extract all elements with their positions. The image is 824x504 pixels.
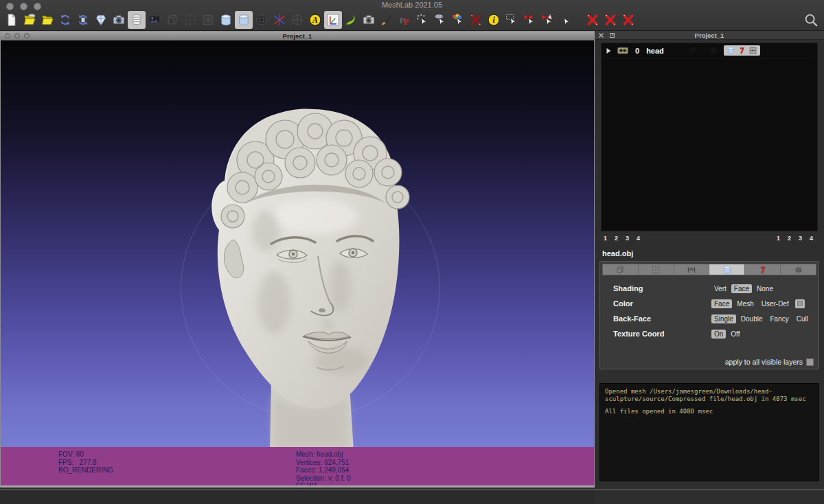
dock-title-bar[interactable]: Project_1 xyxy=(595,31,824,40)
option-group: VertFaceNone xyxy=(711,284,778,293)
toolbar-render-wireframe-icon[interactable] xyxy=(199,11,217,29)
slot-number[interactable]: 1 xyxy=(604,235,607,242)
badge-cylinder-icon[interactable] xyxy=(726,46,735,55)
cube-dark-icon xyxy=(687,46,696,55)
layer-row-head[interactable]: 0 head xyxy=(602,43,817,58)
toolbar-select-visible-faces-icon[interactable] xyxy=(538,11,556,29)
option-texture-coord-off[interactable]: Off xyxy=(728,330,742,339)
toolbar-z-painting-icon[interactable] xyxy=(378,11,396,29)
toolbar-render-texture-icon[interactable] xyxy=(253,11,271,29)
tab-wireframe[interactable] xyxy=(674,264,710,275)
option-back-face-fancy[interactable]: Fancy xyxy=(768,314,792,323)
option-back-face-double[interactable]: Double xyxy=(738,314,766,323)
layers-dock: Project_1 0 head 1234 1234 head.obj Shad… xyxy=(595,31,824,504)
slot-number[interactable]: 4 xyxy=(637,235,640,242)
toolbar-reload-mesh-icon[interactable] xyxy=(56,11,74,29)
toolbar-render-bbox-icon[interactable] xyxy=(163,11,181,29)
mesh-info-overlay: Mesh: head.objVertices: 624,751Faces: 1,… xyxy=(296,450,351,485)
slot-number[interactable]: 4 xyxy=(810,235,813,242)
toolbar-select-vertices-icon[interactable] xyxy=(413,11,431,29)
viewport-title-bar[interactable]: Project_1 xyxy=(1,32,594,41)
toolbar-export-pdf-icon[interactable]: PP xyxy=(396,11,413,29)
toolbar-show-trackball-icon[interactable] xyxy=(288,11,306,29)
layer-render-badges[interactable] xyxy=(724,45,760,56)
viewport-minimize-button[interactable] xyxy=(14,33,20,38)
layer-name[interactable]: head xyxy=(646,47,664,55)
overlay-line: FC WT xyxy=(296,482,351,485)
toolbar-show-layer-dialog-icon[interactable] xyxy=(128,11,146,29)
tab-settings[interactable] xyxy=(781,264,816,275)
toolbar-delete-selected-faces-icon[interactable] xyxy=(584,11,602,29)
apply-all-checkbox[interactable] xyxy=(806,358,814,366)
slot-number[interactable]: 3 xyxy=(799,235,802,242)
option-texture-coord-on[interactable]: On xyxy=(711,330,726,339)
toolbar-clear-selection-icon[interactable] xyxy=(467,11,485,29)
toolbar-render-normals-icon[interactable] xyxy=(271,11,288,29)
option-shading-none[interactable]: None xyxy=(754,284,776,293)
viewport-title: Project_1 xyxy=(283,32,312,40)
overlay-line: BO_RENDERING xyxy=(58,466,113,474)
slot-number[interactable]: 2 xyxy=(788,235,791,242)
setting-row-back-face: Back-FaceSingleDoubleFancyCull xyxy=(600,311,819,326)
tab-solid[interactable] xyxy=(709,264,745,275)
search-icon[interactable] xyxy=(803,12,819,27)
option-group: OnOff xyxy=(711,330,745,339)
overlay-line: Vertices: 624,751 xyxy=(296,459,351,467)
log-output[interactable]: Opened mesh /Users/jamesgreen/Downloads/… xyxy=(599,383,819,481)
toolbar-new-project-icon[interactable] xyxy=(3,11,21,29)
toolbar-reload-all-icon[interactable] xyxy=(74,11,92,29)
toolbar-save-mesh-icon[interactable] xyxy=(92,11,110,29)
visibility-eye-icon[interactable] xyxy=(615,45,631,56)
slot-number[interactable]: 3 xyxy=(626,235,629,242)
tab-texture[interactable] xyxy=(745,264,781,275)
option-back-face-single[interactable]: Single xyxy=(711,314,736,323)
toolbar-select-connected-faces-icon[interactable] xyxy=(520,11,538,29)
toolbar-paint-select-faces-icon[interactable] xyxy=(449,11,467,29)
toolbar-paint-select-vertices-icon[interactable] xyxy=(431,11,449,29)
option-shading-face[interactable]: Face xyxy=(731,284,752,293)
toolbar-select-faces-rect-icon[interactable] xyxy=(503,11,520,29)
option-color-face[interactable]: Face xyxy=(711,299,732,308)
option-color-mesh[interactable]: Mesh xyxy=(734,299,756,308)
title-bar: MeshLab 2021.05 APPi xyxy=(0,0,824,31)
color-swatch-button[interactable] xyxy=(795,299,805,308)
dock-close-icon[interactable] xyxy=(598,32,604,38)
overlay-line: Mesh: head.obj xyxy=(296,450,351,459)
badge-wire-dark-icon[interactable] xyxy=(748,46,757,55)
toolbar-show-axes-icon[interactable] xyxy=(324,11,342,29)
layer-list: 0 head xyxy=(601,43,818,231)
toolbar-save-snapshot-icon[interactable] xyxy=(110,11,128,29)
setting-row-shading: ShadingVertFaceNone xyxy=(600,281,819,296)
option-back-face-cull[interactable]: Cull xyxy=(794,314,811,323)
toolbar-copy-camera-icon[interactable] xyxy=(360,11,378,29)
toolbar-background-image-icon[interactable] xyxy=(146,11,163,29)
slot-number[interactable]: 1 xyxy=(777,235,780,242)
toolbar-get-info-icon[interactable]: i xyxy=(485,11,503,29)
svg-text:P: P xyxy=(403,16,409,27)
toolbar-open-project-icon[interactable] xyxy=(21,11,38,29)
expand-icon[interactable] xyxy=(604,47,613,55)
toolbar-render-flat-icon[interactable] xyxy=(217,11,235,29)
viewport-close-button[interactable] xyxy=(5,33,10,38)
svg-text:A: A xyxy=(312,16,318,25)
toolbar-open-mesh-icon[interactable] xyxy=(38,11,56,29)
viewport-canvas[interactable]: FOV: 60FPS: 277.8BO_RENDERING Mesh: head… xyxy=(1,41,594,485)
toolbar-delete-selected-vertices-icon[interactable] xyxy=(619,11,637,29)
option-shading-vert[interactable]: Vert xyxy=(711,284,729,293)
toolbar-delete-faces-and-vertices-icon[interactable] xyxy=(602,11,619,29)
toolbar-render-points-icon[interactable] xyxy=(181,11,199,29)
overlay-line: Selection: v: 0 f: 0 xyxy=(296,474,351,483)
toolbar-ambient-occlusion-icon[interactable]: A xyxy=(306,11,324,29)
tab-bbox[interactable] xyxy=(603,264,639,275)
toolbar-fancy-lighting-icon[interactable] xyxy=(342,11,360,29)
toolbar-render-smooth-icon[interactable] xyxy=(235,11,253,29)
toolbar-move-selection-icon[interactable] xyxy=(556,11,574,29)
slot-number[interactable]: 2 xyxy=(615,235,618,242)
apply-all-label: apply to all visible layers xyxy=(725,358,803,366)
dock-float-icon[interactable] xyxy=(609,32,615,38)
badge-red7-icon[interactable] xyxy=(737,46,746,55)
head-mesh[interactable] xyxy=(170,100,444,451)
viewport-maximize-button[interactable] xyxy=(24,33,30,38)
option-color-user-def[interactable]: User-Def xyxy=(759,299,792,308)
tab-points[interactable] xyxy=(639,264,674,275)
